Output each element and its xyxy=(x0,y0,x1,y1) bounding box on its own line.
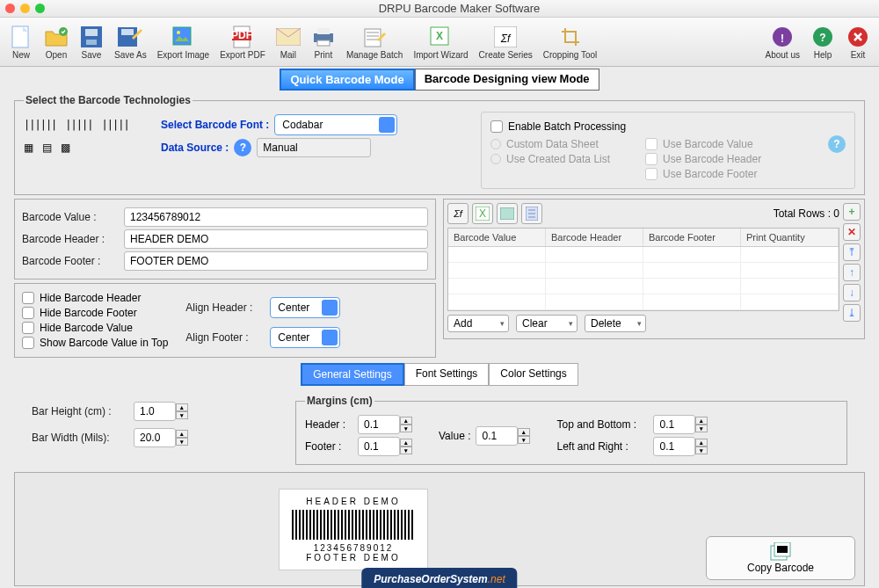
exit-icon xyxy=(846,25,870,49)
align-footer-label: Align Footer : xyxy=(185,331,265,344)
move-top-button[interactable]: ⤒ xyxy=(843,243,861,261)
align-footer-select[interactable]: Center xyxy=(270,327,340,348)
copy-barcode-button[interactable]: Copy Barcode xyxy=(706,536,855,580)
excel-wand-icon: X xyxy=(428,25,453,49)
barcode-header-input[interactable] xyxy=(124,229,428,249)
created-list-radio: Use Created Data List xyxy=(506,153,610,165)
batch-icon xyxy=(362,25,387,49)
about-button[interactable]: !About us xyxy=(760,23,805,62)
move-up-button[interactable]: ↑ xyxy=(843,264,861,281)
hide-header-checkbox[interactable] xyxy=(22,292,34,304)
use-footer-label: Use Barcode Footer xyxy=(663,168,757,180)
sheet-tool-button[interactable] xyxy=(497,203,518,224)
barcode-font-select[interactable]: Codabar xyxy=(274,114,397,135)
clear-select[interactable]: Clear xyxy=(516,315,578,332)
exit-button[interactable]: Exit xyxy=(840,23,875,62)
printer-icon xyxy=(311,25,336,49)
custom-sheet-radio: Custom Data Sheet xyxy=(506,138,599,150)
main-toolbar: New Open Save Save As Export Image PDFEx… xyxy=(0,18,879,67)
m-value-input[interactable]: ▴▾ xyxy=(476,426,530,446)
save-button[interactable]: Save xyxy=(74,23,109,62)
color-tab[interactable]: Color Settings xyxy=(489,363,578,386)
datasource-label: Data Source : xyxy=(161,142,229,154)
hide-value-label: Hide Barcode Value xyxy=(40,322,133,334)
font-label: Select Barcode Font : xyxy=(161,119,269,131)
close-traffic[interactable] xyxy=(5,4,15,13)
m-tb-input[interactable]: ▴▾ xyxy=(653,415,708,434)
svg-rect-4 xyxy=(86,40,97,45)
help-icon[interactable]: ? xyxy=(234,139,251,156)
help-icon[interactable]: ? xyxy=(828,135,846,153)
svg-rect-6 xyxy=(121,29,134,35)
svg-text:Σf: Σf xyxy=(500,33,512,45)
barcode-sample-icon: |||||| xyxy=(24,119,56,131)
barcode-tech-fieldset: Select the Barcode Technologies |||||| |… xyxy=(14,94,865,195)
zoom-traffic[interactable] xyxy=(35,4,45,13)
manage-batch-button[interactable]: Manage Batch xyxy=(341,23,409,62)
svg-text:X: X xyxy=(479,207,486,220)
help-button[interactable]: ?Help xyxy=(805,23,840,62)
open-button[interactable]: Open xyxy=(39,23,74,62)
help-icon: ? xyxy=(810,25,835,49)
hide-footer-checkbox[interactable] xyxy=(22,307,34,319)
footer-label: Barcode Footer : xyxy=(22,255,119,267)
floppy-icon xyxy=(79,25,104,49)
margins-legend: Margins (cm) xyxy=(305,395,374,407)
export-pdf-button[interactable]: PDFExport PDF xyxy=(214,23,271,62)
datasource-input[interactable] xyxy=(257,138,371,157)
batch-grid: Barcode Value Barcode Header Barcode Foo… xyxy=(447,228,839,311)
enable-batch-label: Enable Batch Processing xyxy=(508,120,626,133)
bar-height-input[interactable]: ▴▾ xyxy=(134,402,188,421)
design-mode-tab[interactable]: Barcode Designing view Mode xyxy=(415,69,599,91)
envelope-icon xyxy=(276,25,301,49)
total-rows-label: Total Rows : 0 xyxy=(774,207,839,220)
hide-footer-label: Hide Barcode Footer xyxy=(40,307,137,319)
excel-tool-button[interactable]: X xyxy=(472,203,493,224)
use-value-label: Use Barcode Value xyxy=(663,138,753,150)
list-tool-button[interactable] xyxy=(521,203,542,224)
move-bottom-button[interactable]: ⤓ xyxy=(843,304,861,322)
print-button[interactable]: Print xyxy=(306,23,341,62)
create-series-button[interactable]: ΣfCreate Series xyxy=(474,23,538,62)
col-header: Barcode Header xyxy=(546,229,643,246)
general-tab[interactable]: General Settings xyxy=(301,363,403,386)
quick-mode-tab[interactable]: Quick Barcode Mode xyxy=(280,69,414,91)
m-tb-label: Top and Bottom : xyxy=(556,418,648,431)
m-footer-label: Footer : xyxy=(305,440,352,453)
barcode-footer-input[interactable] xyxy=(124,251,428,271)
m-footer-input[interactable]: ▴▾ xyxy=(358,437,412,456)
titlebar: DRPU Barcode Maker Software xyxy=(0,0,879,18)
cropping-tool-button[interactable]: Cropping Tool xyxy=(538,23,603,62)
svg-rect-7 xyxy=(173,27,191,45)
image-export-icon xyxy=(171,25,195,49)
minimize-traffic[interactable] xyxy=(20,4,30,13)
align-header-select[interactable]: Center xyxy=(270,297,340,318)
add-select[interactable]: Add xyxy=(447,315,509,332)
saveas-button[interactable]: Save As xyxy=(109,23,152,62)
sigma-tool-button[interactable]: Σf xyxy=(447,203,469,224)
import-wizard-button[interactable]: XImport Wizard xyxy=(408,23,473,62)
enable-batch-checkbox[interactable] xyxy=(490,120,503,133)
barcode-value-input[interactable] xyxy=(124,207,428,227)
export-image-button[interactable]: Export Image xyxy=(152,23,214,62)
delete-select[interactable]: Delete xyxy=(585,315,646,332)
new-button[interactable]: New xyxy=(4,23,39,62)
info-icon: ! xyxy=(770,25,795,49)
m-header-input[interactable]: ▴▾ xyxy=(358,415,412,434)
header-label: Barcode Header : xyxy=(22,233,119,245)
hide-value-checkbox[interactable] xyxy=(22,322,34,334)
file-icon xyxy=(9,25,33,49)
move-down-button[interactable]: ↓ xyxy=(843,284,861,301)
add-row-button[interactable]: + xyxy=(843,203,861,221)
delete-row-button[interactable]: ✕ xyxy=(843,223,861,241)
m-lr-label: Left and Right : xyxy=(556,440,648,453)
floppy-pencil-icon xyxy=(118,25,142,49)
font-tab[interactable]: Font Settings xyxy=(404,363,490,386)
barcode-sample-icon: ||||| xyxy=(101,119,128,131)
mail-button[interactable]: Mail xyxy=(271,23,306,62)
show-top-checkbox[interactable] xyxy=(22,337,34,349)
bar-width-input[interactable]: ▴▾ xyxy=(134,428,188,447)
value-label: Barcode Value : xyxy=(22,211,119,223)
pdf417-sample-icon: ▤ xyxy=(42,142,52,154)
m-lr-input[interactable]: ▴▾ xyxy=(653,437,708,456)
